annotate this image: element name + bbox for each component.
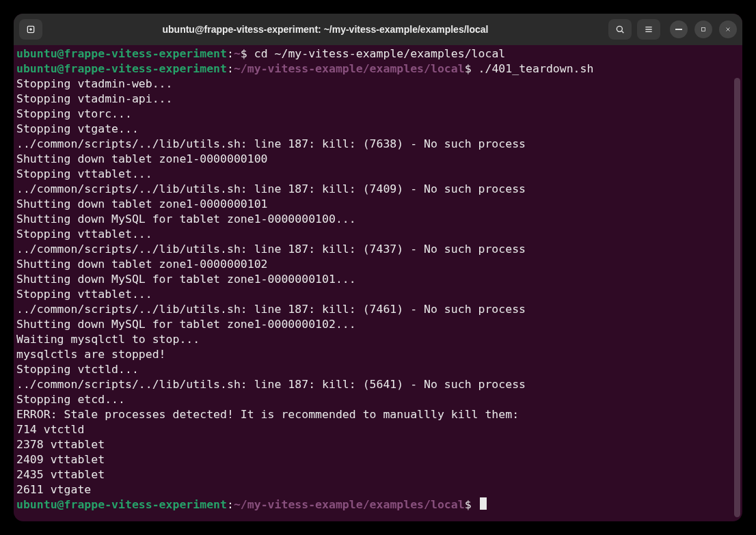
output-line: ../common/scripts/../lib/utils.sh: line …	[16, 303, 526, 316]
minimize-icon	[675, 29, 682, 30]
output-line: Shutting down MySQL for tablet zone1-000…	[16, 273, 356, 286]
minimize-button[interactable]	[670, 20, 688, 38]
output-line: 2409 vttablet	[16, 453, 105, 466]
prompt-sep: :	[227, 498, 234, 511]
output-line: Stopping vtadmin-api...	[16, 92, 172, 105]
output-line: ../common/scripts/../lib/utils.sh: line …	[16, 182, 526, 195]
prompt-host: frappe-vitess-experiment	[64, 47, 227, 60]
output-line: 2611 vtgate	[16, 483, 91, 496]
prompt-home: ~	[234, 47, 241, 60]
output-line: Shutting down tablet zone1-0000000102	[16, 258, 268, 271]
prompt-sep: :	[227, 47, 234, 60]
prompt-dollar: $	[465, 62, 472, 75]
hamburger-icon	[643, 24, 654, 35]
output-line: Waiting mysqlctl to stop...	[16, 333, 200, 346]
output-line: ../common/scripts/../lib/utils.sh: line …	[16, 243, 526, 256]
output-line: ../common/scripts/../lib/utils.sh: line …	[16, 137, 526, 150]
prompt-sep: :	[227, 62, 234, 75]
close-button[interactable]	[719, 20, 737, 38]
maximize-icon	[700, 26, 707, 33]
output-line: 2435 vttablet	[16, 468, 105, 481]
output-line: Stopping vttablet...	[16, 288, 152, 301]
prompt-host: frappe-vitess-experiment	[64, 498, 227, 511]
titlebar: ubuntu@frappe-vitess-experiment: ~/my-vi…	[14, 14, 742, 45]
search-icon	[615, 24, 625, 35]
scrollbar[interactable]	[734, 78, 740, 517]
window-controls	[670, 20, 737, 38]
svg-point-3	[617, 26, 622, 31]
prompt-at: @	[57, 47, 64, 60]
output-line: 2378 vttablet	[16, 438, 105, 451]
prompt-dollar: $	[241, 47, 247, 60]
output-line: Stopping vttablet...	[16, 167, 152, 180]
svg-rect-8	[702, 28, 705, 31]
search-button[interactable]	[608, 19, 632, 40]
output-line: Stopping vtgate...	[16, 122, 139, 135]
output-line: Stopping vttablet...	[16, 228, 152, 241]
output-line: ERROR: Stale processes detected! It is r…	[16, 408, 519, 421]
prompt-user: ubuntu	[16, 62, 57, 75]
command-teardown: ./401_teardown.sh	[478, 62, 594, 75]
prompt-user: ubuntu	[16, 47, 57, 60]
new-tab-button[interactable]	[19, 19, 42, 40]
terminal-content: ubuntu@frappe-vitess-experiment:~$ cd ~/…	[14, 45, 742, 514]
terminal-area[interactable]: ubuntu@frappe-vitess-experiment:~$ cd ~/…	[14, 45, 742, 521]
output-line: Shutting down MySQL for tablet zone1-000…	[16, 318, 356, 331]
output-line: Stopping vtadmin-web...	[16, 77, 172, 90]
new-tab-icon	[25, 24, 36, 35]
output-line: Shutting down MySQL for tablet zone1-000…	[16, 212, 356, 225]
prompt-host: frappe-vitess-experiment	[64, 62, 227, 75]
window-title: ubuntu@frappe-vitess-experiment: ~/my-vi…	[48, 24, 603, 35]
close-icon	[725, 26, 731, 33]
prompt-cwd: ~/my-vitess-example/examples/local	[234, 498, 465, 511]
terminal-window: ubuntu@frappe-vitess-experiment: ~/my-vi…	[14, 14, 742, 521]
cursor	[480, 497, 487, 510]
output-line: Stopping vtctld...	[16, 363, 139, 376]
prompt-dollar: $	[465, 498, 472, 511]
output-line: 714 vtctld	[16, 423, 84, 436]
output-line: Stopping etcd...	[16, 393, 125, 406]
output-line: Shutting down tablet zone1-0000000100	[16, 152, 268, 165]
output-line: Shutting down tablet zone1-0000000101	[16, 197, 268, 210]
prompt-user: ubuntu	[16, 498, 57, 511]
menu-button[interactable]	[637, 19, 660, 40]
output-line: ../common/scripts/../lib/utils.sh: line …	[16, 378, 526, 391]
prompt-cwd: ~/my-vitess-example/examples/local	[234, 62, 465, 75]
svg-line-4	[621, 31, 623, 33]
maximize-button[interactable]	[694, 20, 712, 38]
prompt-at: @	[57, 62, 64, 75]
prompt-at: @	[57, 498, 64, 511]
output-line: Stopping vtorc...	[16, 107, 132, 120]
output-line: mysqlctls are stopped!	[16, 348, 166, 361]
command-cd: cd ~/my-vitess-example/examples/local	[254, 47, 506, 60]
